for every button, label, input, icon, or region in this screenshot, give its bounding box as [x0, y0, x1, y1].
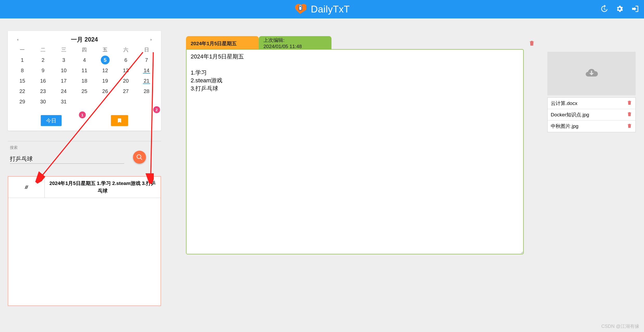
- app-logo-icon: [294, 3, 306, 15]
- file-delete-button[interactable]: [627, 111, 632, 118]
- watermark: CSDN @江湖有缘: [601, 323, 639, 329]
- upload-cloud-icon: [585, 66, 599, 81]
- brand: DailyTxT: [294, 3, 350, 15]
- file-name: 云计算.docx: [551, 100, 577, 107]
- last-edit-time: 2024/01/05 11:48: [263, 43, 327, 50]
- file-list: 云计算.docxDocker知识点.jpg中秋图片.jpg: [547, 97, 636, 132]
- svg-line-2: [39, 52, 143, 180]
- file-name: 中秋图片.jpg: [551, 123, 579, 130]
- search-results: // 2024年1月5日星期五 1.学习 2.steam游戏 3.打乒乓球: [8, 176, 161, 306]
- upload-zone[interactable]: [547, 52, 636, 95]
- file-item[interactable]: 云计算.docx: [548, 98, 635, 109]
- svg-line-3: [151, 52, 153, 180]
- app-header: DailyTxT: [0, 0, 644, 18]
- calendar-prev-button[interactable]: [13, 36, 22, 44]
- file-name: Docker知识点.jpg: [551, 111, 589, 118]
- settings-icon[interactable]: [615, 5, 624, 14]
- delete-entry-button[interactable]: [528, 40, 535, 48]
- app-name: DailyTxT: [311, 4, 350, 15]
- entry-tabs: 2024年1月5日星期五 上次编辑: 2024/01/05 11:48: [186, 36, 524, 49]
- calendar-next-button[interactable]: [147, 36, 156, 44]
- calendar-title: 一月 2024: [71, 36, 98, 44]
- annotation-badge-2: 2: [153, 106, 160, 113]
- file-delete-button[interactable]: [627, 123, 632, 130]
- annotation-badge-1: 1: [79, 111, 86, 118]
- file-item[interactable]: 中秋图片.jpg: [548, 121, 635, 132]
- svg-rect-1: [299, 7, 301, 10]
- history-icon[interactable]: [600, 5, 608, 14]
- file-item[interactable]: Docker知识点.jpg: [548, 109, 635, 121]
- entry-last-edit-tab: 上次编辑: 2024/01/05 11:48: [259, 36, 331, 49]
- logout-icon[interactable]: [631, 5, 639, 14]
- entry-date-tab[interactable]: 2024年1月5日星期五: [186, 36, 259, 49]
- file-delete-button[interactable]: [627, 100, 632, 107]
- last-edit-label: 上次编辑:: [263, 37, 327, 43]
- entry-editor[interactable]: 2024年1月5日星期五 1.学习 2.steam游戏 3.打乒乓球: [186, 49, 524, 254]
